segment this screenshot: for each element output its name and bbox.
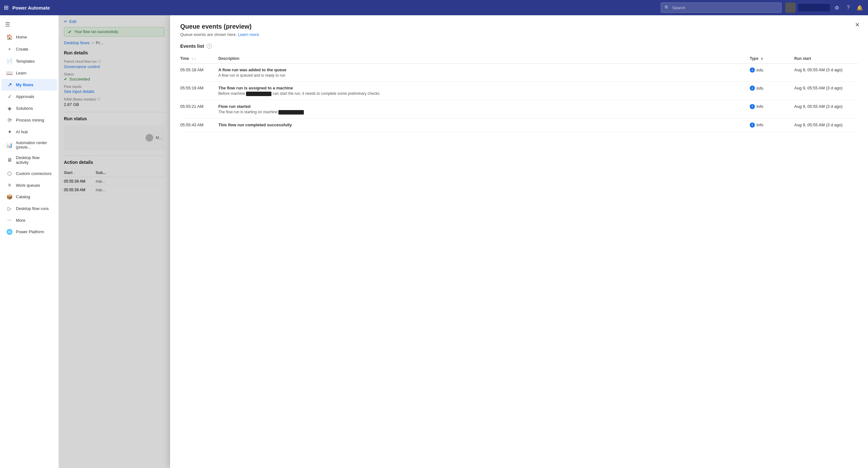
events-table-body: 05:55:18 AM A flow run was added to the … — [180, 64, 858, 133]
events-list-header: Events list i — [180, 43, 858, 49]
sidebar-label-approvals: Approvals — [16, 94, 34, 99]
topbar-right: ⚙ ? 🔔 — [785, 3, 864, 13]
sidebar-item-more[interactable]: ··· More — [1, 214, 57, 226]
events-table: Time ↑ ↓ Description Type ∨ Run start — [180, 54, 858, 133]
solutions-icon: ◈ — [6, 105, 13, 111]
catalog-icon: 📦 — [6, 194, 13, 200]
ai-hub-icon: ✦ — [6, 129, 13, 135]
event-runstart-2: Aug 9, 05:55 AM (3 d ago) — [794, 82, 858, 100]
sidebar-label-solutions: Solutions — [16, 106, 33, 111]
sidebar-item-approvals[interactable]: ✓ Approvals — [1, 91, 57, 103]
sidebar-label-catalog: Catalog — [16, 195, 30, 199]
sidebar-item-templates[interactable]: 📄 Templates — [1, 55, 57, 67]
settings-icon[interactable]: ⚙ — [832, 3, 841, 12]
search-icon: 🔍 — [664, 5, 670, 10]
sidebar-label-process-mining: Process mining — [16, 118, 44, 122]
sidebar-label-custom-connectors: Custom connectors — [16, 171, 52, 176]
more-icon: ··· — [6, 217, 13, 223]
create-icon: ＋ — [6, 46, 13, 53]
type-info-icon-1: i — [750, 67, 755, 72]
panel-title: Queue events (preview) — [180, 23, 858, 30]
sidebar-label-home: Home — [16, 35, 27, 39]
sidebar-label-desktop-flow-activity: Desktop flow activity — [16, 155, 52, 165]
sidebar-label-myflows: My flows — [16, 82, 33, 87]
event-time-2: 05:55:19 AM — [180, 82, 218, 100]
sidebar-item-custom-connectors[interactable]: ⬡ Custom connectors — [1, 168, 57, 179]
panel-close-button[interactable]: ✕ — [853, 20, 862, 29]
close-icon: ✕ — [855, 21, 860, 28]
search-bar[interactable]: 🔍 — [661, 3, 781, 13]
sidebar-item-create[interactable]: ＋ Create — [1, 43, 57, 55]
sidebar-item-solutions[interactable]: ◈ Solutions — [1, 103, 57, 114]
approvals-icon: ✓ — [6, 93, 13, 99]
event-time-4: 05:55:43 AM — [180, 118, 218, 132]
col-header-type[interactable]: Type ∨ — [750, 54, 794, 64]
sidebar-item-process-mining[interactable]: ⟳ Process mining — [1, 114, 57, 126]
sidebar-label-automation-center: Automation center (previe... — [16, 141, 52, 149]
type-info-icon-3: i — [750, 104, 755, 109]
sidebar-item-home[interactable]: 🏠 Home — [1, 31, 57, 43]
event-type-4: i Info — [750, 118, 794, 132]
avatar-icon[interactable] — [785, 3, 796, 13]
sidebar-item-power-platform[interactable]: 🌐 Power Platform — [1, 226, 57, 238]
event-runstart-4: Aug 9, 05:55 AM (3 d ago) — [794, 118, 858, 132]
search-input[interactable] — [672, 5, 778, 10]
sidebar-label-learn: Learn — [16, 70, 26, 76]
work-queues-icon: ≡ — [6, 182, 13, 188]
home-icon: 🏠 — [6, 34, 13, 40]
process-mining-icon: ⟳ — [6, 117, 13, 123]
panel-overlay: ✕ Queue events (preview) Queue events ar… — [59, 15, 868, 468]
sidebar-label-power-platform: Power Platform — [16, 229, 44, 234]
event-row-1: 05:55:18 AM A flow run was added to the … — [180, 64, 858, 82]
myflows-icon: ↗ — [6, 82, 13, 88]
sidebar-label-templates: Templates — [16, 59, 35, 64]
event-desc-3: Flow run started The flow run is startin… — [218, 100, 750, 118]
sidebar-item-myflows[interactable]: ↗ My flows — [1, 79, 57, 91]
event-runstart-3: Aug 9, 05:55 AM (3 d ago) — [794, 100, 858, 118]
events-list-info-icon[interactable]: i — [207, 43, 212, 49]
desktop-flow-activity-icon: 🖥 — [6, 157, 13, 163]
sidebar-label-create: Create — [16, 47, 28, 52]
event-row-3: 05:55:21 AM Flow run started The flow ru… — [180, 100, 858, 118]
help-icon[interactable]: ? — [844, 3, 853, 12]
event-desc-4: This flow run completed successfully — [218, 118, 750, 132]
time-sort-icons: ↑ ↓ — [191, 57, 196, 60]
events-table-header: Time ↑ ↓ Description Type ∨ Run start — [180, 54, 858, 64]
event-row-4: 05:55:43 AM This flow run completed succ… — [180, 118, 858, 132]
sidebar-toggle[interactable]: ☰ — [0, 18, 59, 31]
templates-icon: 📄 — [6, 58, 13, 64]
sidebar-item-desktop-flow-runs[interactable]: ▷ Desktop flow runs — [1, 203, 57, 214]
col-header-description: Description — [218, 54, 750, 64]
redacted-machine-name-2 — [246, 92, 272, 96]
event-time-3: 05:55:21 AM — [180, 100, 218, 118]
type-filter-icon: ∨ — [761, 57, 763, 60]
automation-center-icon: 📊 — [6, 142, 13, 148]
learn-more-link[interactable]: Learn more — [238, 32, 259, 37]
event-time-1: 05:55:18 AM — [180, 64, 218, 82]
custom-connectors-icon: ⬡ — [6, 171, 13, 177]
event-desc-2: The flow run is assigned to a machine Be… — [218, 82, 750, 100]
sidebar-item-automation-center[interactable]: 📊 Automation center (previe... — [1, 138, 57, 152]
col-header-run-start: Run start — [794, 54, 858, 64]
sidebar-item-work-queues[interactable]: ≡ Work queues — [1, 179, 57, 191]
sidebar-item-ai-hub[interactable]: ✦ AI hub — [1, 126, 57, 138]
queue-events-panel: ✕ Queue events (preview) Queue events ar… — [170, 15, 868, 468]
sidebar-label-work-queues: Work queues — [16, 183, 40, 188]
notifications-icon[interactable]: 🔔 — [855, 3, 864, 12]
user-name-redacted — [798, 4, 830, 11]
event-runstart-1: Aug 9, 05:55 AM (3 d ago) — [794, 64, 858, 82]
content-area: ✏ Edit ✔ Your flow ran successfully. Des… — [59, 15, 868, 468]
learn-icon: 📖 — [6, 70, 13, 76]
sidebar-item-catalog[interactable]: 📦 Catalog — [1, 191, 57, 203]
topbar: ⊞ Power Automate 🔍 ⚙ ? 🔔 — [0, 0, 868, 15]
col-header-time[interactable]: Time ↑ ↓ — [180, 54, 218, 64]
sidebar-label-ai-hub: AI hub — [16, 129, 28, 134]
sidebar-label-more: More — [16, 218, 25, 223]
app-logo: Power Automate — [12, 5, 657, 10]
type-info-icon-2: i — [750, 86, 755, 91]
sidebar-item-desktop-flow-activity[interactable]: 🖥 Desktop flow activity — [1, 152, 57, 168]
grid-icon[interactable]: ⊞ — [4, 4, 8, 11]
sidebar-item-learn[interactable]: 📖 Learn — [1, 67, 57, 79]
hamburger-icon: ☰ — [5, 21, 10, 28]
event-row-2: 05:55:19 AM The flow run is assigned to … — [180, 82, 858, 100]
